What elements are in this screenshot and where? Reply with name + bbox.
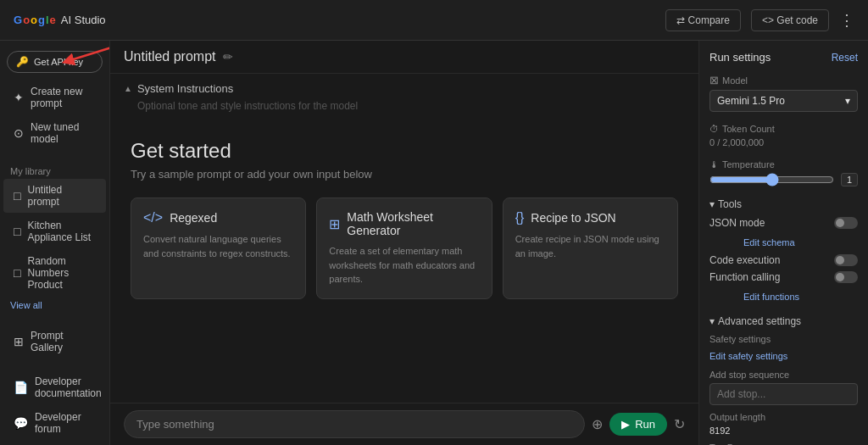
prompt-title: Untitled prompt: [124, 49, 216, 64]
code-exec-row: Code execution: [709, 254, 858, 266]
gallery-icon: ⊞: [14, 335, 24, 348]
card-recipe-title: Recipe to JSON: [531, 211, 615, 225]
plus-icon: ✦: [14, 91, 24, 104]
card-math-worksheet[interactable]: ⊞ Math Worksheet Generator Create a set …: [316, 197, 492, 299]
run-button[interactable]: ▶ Run: [609, 413, 667, 436]
create-prompt-label: Create new prompt: [31, 86, 96, 109]
get-started-subtitle: Try a sample prompt or add your own inpu…: [131, 168, 678, 181]
prompt-header: Untitled prompt ✏: [110, 41, 698, 74]
temp-label: 🌡 Temperature: [709, 159, 858, 170]
tools-label: Tools: [718, 198, 742, 210]
my-library-header: My library: [0, 161, 109, 178]
get-api-key-button[interactable]: 🔑 Get API key: [7, 51, 103, 73]
function-calling-label: Function calling: [709, 271, 780, 283]
run-settings-panel: Run settings Reset ⊠ Model Gemini 1.5 Pr…: [698, 41, 868, 445]
output-length-label: Output length: [709, 412, 858, 422]
advanced-label: Advanced settings: [718, 315, 801, 327]
view-all-link[interactable]: View all: [0, 297, 109, 314]
edit-functions-link[interactable]: Edit functions: [743, 292, 799, 302]
chevron-down-icon-tools: ▾: [709, 198, 715, 210]
sidebar-item-create-prompt[interactable]: ✦ Create new prompt: [3, 81, 106, 114]
system-instructions-section: ▲ System Instructions Optional tone and …: [110, 74, 698, 122]
function-calling-row: Function calling: [709, 271, 858, 283]
dev-forum-label: Developer forum: [35, 411, 96, 435]
docs-icon: 📄: [14, 381, 28, 394]
sidebar-item-prompt-gallery[interactable]: ⊞ Prompt Gallery: [3, 325, 106, 359]
model-label: ⊠ Model: [709, 74, 858, 86]
tune-icon: ⊙: [14, 126, 24, 140]
sidebar-item-kitchen[interactable]: □ Kitchen Appliance List: [3, 214, 106, 248]
sidebar-item-dev-forum[interactable]: 💬 Developer forum: [3, 406, 106, 440]
sidebar-item-dev-docs[interactable]: 📄 Developer documentation: [3, 370, 106, 404]
edit-schema-link[interactable]: Edit schema: [743, 237, 795, 248]
stop-seq-label: Add stop sequence: [709, 370, 858, 380]
get-started-title: Get started: [131, 139, 678, 163]
code-exec-knob: [836, 256, 844, 264]
compare-button[interactable]: ⇄ Compare: [665, 9, 741, 31]
system-instructions-label: System Instructions: [137, 82, 233, 95]
sidebar-item-untitled-prompt[interactable]: □ Untitled prompt: [3, 179, 106, 213]
sidebar-item-random-numbers[interactable]: □ Random Numbers Product: [3, 250, 106, 296]
temperature-slider[interactable]: [709, 173, 834, 186]
output-length-value: 8192: [709, 426, 858, 436]
safety-label: Safety settings: [709, 334, 858, 344]
library-item-1: Untitled prompt: [27, 184, 96, 208]
sidebar-item-gemini-enterprise[interactable]: ◇ Gemini API for Enterprise: [3, 442, 106, 445]
model-icon: ⊠: [709, 74, 719, 86]
math-icon: ⊞: [329, 216, 340, 232]
run-settings-title: Run settings: [709, 51, 771, 64]
function-calling-toggle[interactable]: [834, 271, 858, 283]
chevron-up-icon: ▲: [124, 84, 132, 93]
temperature-section: 🌡 Temperature 1: [709, 159, 858, 186]
chevron-down-icon: ▾: [845, 95, 850, 107]
model-section: ⊠ Model Gemini 1.5 Pro ▾: [709, 74, 858, 112]
more-options-icon[interactable]: ⋮: [839, 11, 854, 30]
doc-icon-1: □: [14, 189, 20, 203]
prompt-input[interactable]: Type something: [124, 410, 585, 438]
get-code-button[interactable]: <> Get code: [751, 9, 829, 31]
compare-label: Compare: [688, 14, 730, 26]
token-count-value: 0 / 2,000,000: [709, 137, 858, 147]
recipe-icon: {}: [515, 210, 525, 225]
card-regexed-title: Regexed: [170, 211, 217, 225]
google-logo: Google: [14, 14, 56, 26]
system-instructions-placeholder: Optional tone and style instructions for…: [124, 98, 685, 114]
top-bar-left: Google AI Studio: [14, 14, 106, 26]
tools-header[interactable]: ▾ Tools: [709, 198, 858, 210]
temp-value: 1: [841, 173, 858, 186]
chevron-down-icon-advanced: ▾: [709, 315, 715, 327]
regexed-icon: </>: [143, 210, 163, 225]
reset-button[interactable]: Reset: [832, 52, 858, 64]
bottom-icons: ⊕ ▶ Run ↻: [592, 413, 685, 436]
tools-section: ▾ Tools JSON mode Edit schema Code execu…: [709, 198, 858, 303]
json-mode-toggle[interactable]: [834, 217, 858, 229]
edit-title-icon[interactable]: ✏: [223, 50, 233, 64]
bottom-bar: Type something ⊕ ▶ Run ↻: [110, 403, 698, 445]
card-regexed[interactable]: </> Regexed Convert natural language que…: [131, 197, 306, 299]
main-layout: 🔑 Get API key ✦ Create new prompt ⊙ New …: [0, 41, 868, 445]
json-mode-label: JSON mode: [709, 217, 765, 229]
edit-safety-link[interactable]: Edit safety settings: [709, 351, 787, 361]
code-exec-toggle[interactable]: [834, 254, 858, 266]
doc-icon-2: □: [14, 225, 20, 238]
model-select[interactable]: Gemini 1.5 Pro ▾: [709, 90, 858, 112]
advanced-settings-header[interactable]: ▾ Advanced settings: [709, 315, 858, 327]
refresh-icon[interactable]: ↻: [674, 416, 685, 432]
get-code-label: <> Get code: [762, 14, 818, 26]
system-instructions-toggle[interactable]: ▲ System Instructions: [124, 82, 685, 95]
token-icon: ⏱: [709, 124, 719, 134]
get-started-area: Get started Try a sample prompt or add y…: [110, 122, 698, 403]
sidebar-item-new-tuned-model[interactable]: ⊙ New tuned model: [3, 116, 106, 150]
prompt-cards-container: </> Regexed Convert natural language que…: [131, 197, 678, 299]
card-regexed-header: </> Regexed: [143, 210, 293, 225]
doc-icon-3: □: [14, 266, 20, 280]
prompt-gallery-label: Prompt Gallery: [31, 330, 96, 353]
card-recipe-header: {} Recipe to JSON: [515, 210, 665, 225]
card-recipe-json[interactable]: {} Recipe to JSON Create recipe in JSON …: [503, 197, 678, 299]
advanced-section: ▾ Advanced settings Safety settings Edit…: [709, 315, 858, 445]
json-mode-row: JSON mode: [709, 217, 858, 229]
add-media-icon[interactable]: ⊕: [592, 416, 603, 432]
stop-sequence-input[interactable]: [709, 383, 858, 405]
dev-docs-label: Developer documentation: [35, 375, 102, 399]
card-recipe-desc: Create recipe in JSON mode using an imag…: [515, 232, 665, 260]
